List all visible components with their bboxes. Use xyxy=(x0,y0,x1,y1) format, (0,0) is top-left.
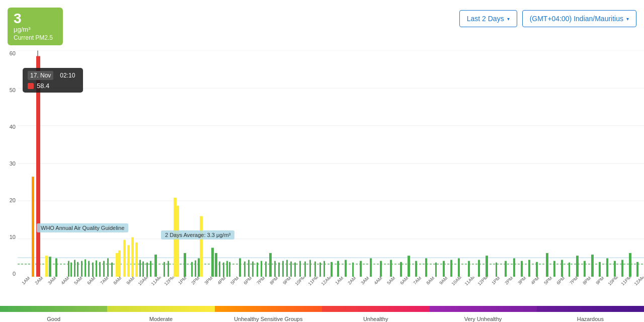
svg-rect-28 xyxy=(226,261,228,277)
tooltip-time: 02:10 xyxy=(57,71,77,80)
svg-rect-50 xyxy=(486,256,488,277)
x-label: 8AM xyxy=(424,277,437,287)
svg-rect-94 xyxy=(248,260,250,277)
aqi-label-unhealthy: Unhealthy xyxy=(322,316,429,322)
x-label: 6AM xyxy=(85,277,97,287)
svg-rect-102 xyxy=(286,260,288,277)
chart-tooltip: 17. Nov 02:10 58.4 xyxy=(23,68,83,93)
pm25-badge: 3 μg/m³ Current PM2.5 xyxy=(8,8,63,45)
svg-rect-58 xyxy=(553,261,555,277)
x-label: 4PM xyxy=(215,277,228,287)
chart-container: 60 50 40 30 20 10 0 xyxy=(0,50,644,292)
x-label: 9AM xyxy=(437,277,450,287)
svg-rect-62 xyxy=(584,261,586,277)
svg-rect-69 xyxy=(636,262,638,277)
x-label: 7AM xyxy=(98,277,110,287)
svg-rect-49 xyxy=(478,260,480,277)
svg-rect-76 xyxy=(88,261,90,277)
aqi-bar-container: Good Moderate Unhealthy Sensitive Groups… xyxy=(0,292,644,322)
y-label: 40 xyxy=(10,124,16,130)
timezone-dropdown[interactable]: (GMT+04:00) Indian/Mauritius ▾ xyxy=(522,10,636,27)
x-label: 11PM xyxy=(306,277,319,287)
svg-rect-107 xyxy=(309,260,311,277)
x-label: 6PM xyxy=(242,277,254,287)
svg-rect-38 xyxy=(380,261,382,277)
aqi-labels: Good Moderate Unhealthy Sensitive Groups… xyxy=(0,316,644,322)
svg-rect-53 xyxy=(513,258,515,277)
svg-rect-84 xyxy=(142,262,144,277)
x-label: 1AM xyxy=(333,277,345,287)
svg-rect-74 xyxy=(81,261,83,277)
svg-rect-71 xyxy=(70,263,72,277)
svg-rect-97 xyxy=(261,261,262,277)
x-label: 9AM xyxy=(124,277,136,287)
svg-rect-45 xyxy=(443,261,445,277)
tooltip-value: 58.4 xyxy=(37,82,49,90)
svg-rect-100 xyxy=(278,263,280,277)
aqi-label-usg: Unhealthy Sensitive Groups xyxy=(215,316,322,322)
aqi-label-hazardous: Hazardous xyxy=(537,316,644,322)
x-label: 2PM xyxy=(502,277,515,287)
x-label: 10AM xyxy=(137,277,149,287)
x-label: 9PM xyxy=(281,277,293,287)
svg-rect-78 xyxy=(96,261,97,277)
svg-rect-88 xyxy=(168,261,169,277)
svg-rect-81 xyxy=(107,258,109,277)
svg-rect-110 xyxy=(324,261,325,277)
x-label: 11PM xyxy=(620,277,632,287)
svg-rect-47 xyxy=(458,258,460,277)
svg-rect-73 xyxy=(77,262,78,277)
svg-rect-20 xyxy=(154,255,157,277)
y-label: 30 xyxy=(10,160,16,167)
aqi-unhealthy-segment xyxy=(322,306,429,312)
svg-rect-60 xyxy=(569,263,570,277)
svg-rect-66 xyxy=(614,261,616,277)
svg-rect-32 xyxy=(331,262,333,277)
svg-rect-33 xyxy=(337,261,339,277)
svg-rect-34 xyxy=(345,260,347,277)
svg-rect-59 xyxy=(561,260,563,277)
svg-rect-64 xyxy=(599,262,601,277)
svg-rect-67 xyxy=(621,260,623,277)
time-range-dropdown[interactable]: Last 2 Days ▾ xyxy=(459,10,517,27)
x-label: 1AM xyxy=(20,277,32,287)
svg-rect-57 xyxy=(546,253,548,277)
controls: Last 2 Days ▾ (GMT+04:00) Indian/Mauriti… xyxy=(459,10,636,27)
svg-rect-101 xyxy=(282,261,284,277)
svg-rect-70 xyxy=(68,261,69,277)
svg-rect-90 xyxy=(195,261,196,277)
x-label: 8PM xyxy=(268,277,280,287)
x-label: 3PM xyxy=(202,277,215,287)
svg-rect-56 xyxy=(536,262,538,277)
y-label: 0 xyxy=(13,271,16,277)
x-label: 12PM xyxy=(163,277,176,287)
svg-rect-85 xyxy=(146,263,148,277)
x-label: 3PM xyxy=(515,277,528,287)
y-label: 50 xyxy=(10,87,16,93)
svg-rect-42 xyxy=(415,261,417,277)
svg-rect-51 xyxy=(496,263,497,277)
svg-rect-75 xyxy=(85,259,86,277)
x-label: 10PM xyxy=(607,277,619,287)
aqi-label-good: Good xyxy=(0,316,107,322)
svg-rect-15 xyxy=(118,251,121,277)
svg-rect-48 xyxy=(468,261,470,277)
svg-rect-44 xyxy=(435,263,437,277)
x-axis: 1AM 2AM 3AM 4AM 5AM 6AM 7AM 8AM 9AM 10AM… xyxy=(18,277,644,292)
svg-rect-31 xyxy=(269,253,272,277)
aqi-very-unhealthy-segment xyxy=(430,306,537,312)
pm25-label: Current PM2.5 xyxy=(14,34,57,41)
x-label: 7PM xyxy=(255,277,267,287)
svg-rect-52 xyxy=(505,261,507,277)
svg-rect-87 xyxy=(164,262,165,277)
x-label: 1PM xyxy=(490,277,502,287)
svg-rect-103 xyxy=(290,262,292,277)
svg-rect-61 xyxy=(576,256,579,277)
svg-rect-23 xyxy=(184,253,186,277)
svg-rect-92 xyxy=(223,263,224,277)
x-label: 5PM xyxy=(541,277,554,287)
aqi-color-bar xyxy=(0,306,644,312)
svg-rect-26 xyxy=(211,248,214,277)
x-label: 2AM xyxy=(33,277,45,287)
svg-rect-10 xyxy=(32,177,34,277)
